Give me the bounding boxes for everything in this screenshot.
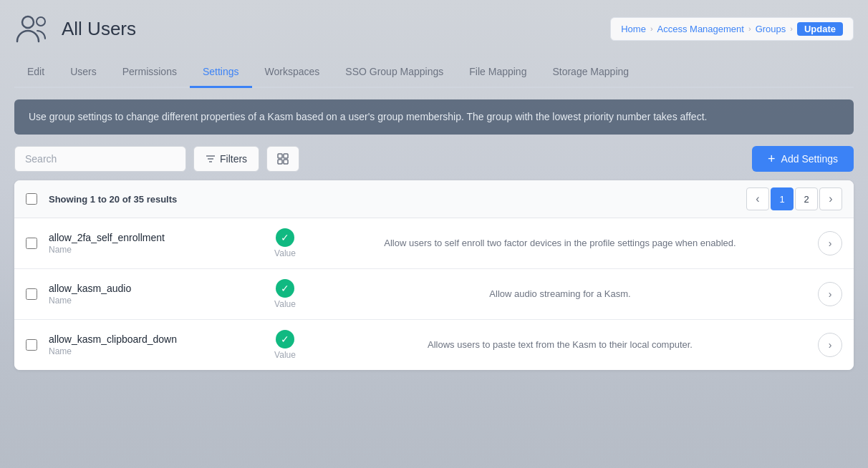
table-header-row: Showing 1 to 20 of 35 results ‹ 1 2 › bbox=[14, 180, 854, 218]
breadcrumb-home[interactable]: Home bbox=[621, 24, 646, 34]
svg-rect-6 bbox=[284, 154, 288, 158]
row-name-0: allow_2fa_self_enrollment bbox=[49, 232, 249, 243]
pagination-next[interactable]: › bbox=[819, 187, 842, 210]
tab-file-mapping[interactable]: File Mapping bbox=[456, 57, 539, 88]
row-detail-button-1[interactable]: › bbox=[818, 282, 842, 306]
value-label-2: Value bbox=[274, 350, 296, 360]
settings-table: Showing 1 to 20 of 35 results ‹ 1 2 › al… bbox=[14, 180, 854, 370]
row-checkbox-2[interactable] bbox=[26, 339, 37, 351]
tab-edit[interactable]: Edit bbox=[14, 57, 57, 88]
row-name-label-1: Name bbox=[49, 296, 249, 306]
row-action-col-2: › bbox=[799, 333, 842, 357]
row-name-label-0: Name bbox=[49, 245, 249, 255]
page-header: All Users Home › Access Management › Gro… bbox=[14, 0, 854, 57]
value-label-1: Value bbox=[274, 299, 296, 309]
breadcrumb-sep-3: › bbox=[790, 24, 793, 33]
showing-text: Showing 1 to 20 of 35 results bbox=[49, 194, 177, 205]
info-banner-text: Use group settings to change different p… bbox=[29, 111, 707, 122]
pagination: ‹ 1 2 › bbox=[746, 187, 842, 210]
table-row: allow_kasm_audio Name ✓ Value Allow audi… bbox=[14, 269, 854, 320]
tab-storage-mapping[interactable]: Storage Mapping bbox=[539, 57, 642, 88]
row-detail-button-0[interactable]: › bbox=[818, 231, 842, 255]
breadcrumb-update: Update bbox=[797, 22, 843, 36]
svg-rect-8 bbox=[284, 160, 288, 164]
add-label: Add Settings bbox=[781, 153, 838, 165]
table-row: allow_2fa_self_enrollment Name ✓ Value A… bbox=[14, 218, 854, 269]
row-action-col-0: › bbox=[799, 231, 842, 255]
svg-rect-7 bbox=[278, 160, 282, 164]
tab-users[interactable]: Users bbox=[57, 57, 110, 88]
breadcrumb: Home › Access Management › Groups › Upda… bbox=[610, 17, 854, 41]
grid-view-button[interactable] bbox=[266, 146, 299, 172]
tabs-bar: Edit Users Permissions Settings Workspac… bbox=[14, 57, 854, 88]
value-check-2: ✓ bbox=[276, 330, 294, 348]
row-name-2: allow_kasm_clipboard_down bbox=[49, 333, 249, 345]
row-name-col-2: allow_kasm_clipboard_down Name bbox=[49, 333, 249, 356]
row-desc-2: Allows users to paste text from the Kasm… bbox=[321, 338, 799, 352]
grid-icon bbox=[277, 153, 289, 165]
toolbar: Filters + Add Settings bbox=[14, 146, 854, 172]
row-value-col-2: ✓ Value bbox=[249, 330, 321, 360]
svg-point-1 bbox=[37, 17, 45, 26]
row-action-col-1: › bbox=[799, 282, 842, 306]
add-settings-button[interactable]: + Add Settings bbox=[752, 146, 854, 172]
row-detail-button-2[interactable]: › bbox=[818, 333, 842, 357]
tab-settings[interactable]: Settings bbox=[190, 57, 252, 88]
header-left: All Users bbox=[14, 10, 136, 47]
row-name-col-0: allow_2fa_self_enrollment Name bbox=[49, 232, 249, 255]
breadcrumb-access-management[interactable]: Access Management bbox=[657, 24, 744, 34]
breadcrumb-sep-2: › bbox=[748, 24, 751, 33]
select-all-checkbox[interactable] bbox=[26, 193, 37, 205]
value-check-1: ✓ bbox=[276, 279, 294, 298]
row-desc-1: Allow audio streaming for a Kasm. bbox=[321, 287, 799, 301]
row-checkbox-0[interactable] bbox=[26, 238, 37, 249]
pagination-prev[interactable]: ‹ bbox=[746, 187, 769, 210]
value-label-0: Value bbox=[274, 248, 296, 258]
row-checkbox-1[interactable] bbox=[26, 288, 37, 300]
tab-workspaces[interactable]: Workspaces bbox=[252, 57, 333, 88]
showing-prefix: Showing bbox=[49, 194, 87, 205]
search-input[interactable] bbox=[14, 146, 186, 172]
table-row: allow_kasm_clipboard_down Name ✓ Value A… bbox=[14, 320, 854, 370]
showing-start: 1 bbox=[90, 194, 95, 205]
pagination-page-2[interactable]: 2 bbox=[795, 187, 818, 210]
row-desc-0: Allow users to self enroll two factor de… bbox=[321, 236, 799, 250]
filters-label: Filters bbox=[220, 153, 247, 165]
pagination-page-1[interactable]: 1 bbox=[771, 187, 794, 210]
tab-permissions[interactable]: Permissions bbox=[110, 57, 190, 88]
row-name-col-1: allow_kasm_audio Name bbox=[49, 283, 249, 306]
showing-total: 35 bbox=[134, 194, 144, 205]
row-name-label-2: Name bbox=[49, 346, 249, 356]
filter-icon bbox=[206, 154, 216, 164]
filters-button[interactable]: Filters bbox=[193, 146, 259, 172]
row-value-col-0: ✓ Value bbox=[249, 228, 321, 258]
row-value-col-1: ✓ Value bbox=[249, 279, 321, 309]
svg-rect-5 bbox=[278, 154, 282, 158]
tab-sso-group-mappings[interactable]: SSO Group Mappings bbox=[332, 57, 456, 88]
showing-to: to bbox=[98, 194, 107, 205]
svg-point-0 bbox=[22, 16, 34, 28]
page-title: All Users bbox=[62, 18, 136, 40]
row-name-1: allow_kasm_audio bbox=[49, 283, 249, 294]
value-check-0: ✓ bbox=[276, 228, 294, 247]
showing-end: 20 bbox=[110, 194, 120, 205]
users-icon bbox=[14, 10, 52, 47]
add-plus-icon: + bbox=[768, 152, 776, 165]
breadcrumb-sep-1: › bbox=[650, 24, 653, 33]
showing-of: of bbox=[122, 194, 131, 205]
breadcrumb-groups[interactable]: Groups bbox=[756, 24, 786, 34]
showing-suffix: results bbox=[147, 194, 178, 205]
info-banner: Use group settings to change different p… bbox=[14, 99, 854, 135]
